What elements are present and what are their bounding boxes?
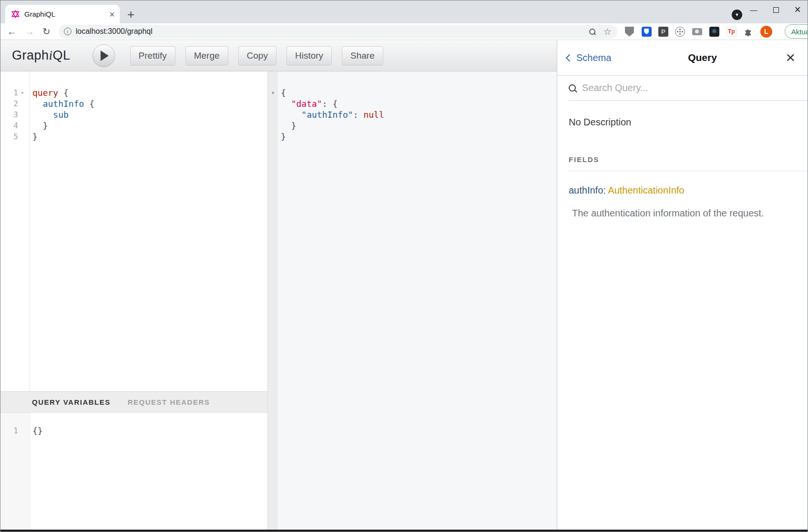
tab-query-variables[interactable]: QUERY VARIABLES <box>32 398 111 406</box>
doc-back-link[interactable]: Schema <box>567 52 611 63</box>
merge-button[interactable]: Merge <box>185 46 228 65</box>
query-code[interactable]: query { authInfo { sub } } <box>30 72 267 391</box>
browser-window: GraphiQL × + ▼ — × ← → ↻ i localhost:300… <box>0 0 808 532</box>
line-number: 1 <box>13 88 18 97</box>
execute-button[interactable] <box>92 44 115 67</box>
doc-title: Query <box>688 52 717 63</box>
field-description: The authentication information of the re… <box>572 208 808 219</box>
tampermonkey-icon[interactable]: Tp <box>726 26 737 37</box>
graphiql-logo: GraphiQL <box>12 48 71 63</box>
fields-heading: FIELDS <box>569 155 808 171</box>
window-close-button[interactable]: × <box>795 4 801 15</box>
graphiql-app: GraphiQL Prettify Merge Copy History Sha… <box>0 40 808 530</box>
profile-avatar[interactable]: L <box>760 26 772 38</box>
minimize-button[interactable]: — <box>750 6 757 14</box>
maximize-button[interactable] <box>773 7 779 13</box>
copy-button[interactable]: Copy <box>238 46 276 65</box>
bookmark-star-icon[interactable]: ☆ <box>603 27 612 36</box>
new-tab-button[interactable]: + <box>127 8 134 20</box>
tab-close-icon[interactable]: × <box>109 10 115 19</box>
address-bar[interactable]: i localhost:3000/graphql ☆ <box>59 25 617 39</box>
doc-explorer-header: Schema Query × <box>557 40 808 76</box>
ublock-icon[interactable] <box>624 26 635 37</box>
share-button[interactable]: Share <box>342 46 383 65</box>
titlebar-menu-icon[interactable]: ▼ <box>732 10 742 20</box>
code-line: query { <box>32 87 267 98</box>
back-icon[interactable]: ← <box>7 27 17 36</box>
doc-back-label: Schema <box>576 52 611 63</box>
doc-explorer: Schema Query × No Description FIELDS aut… <box>557 40 808 530</box>
line-number: 4 <box>13 121 18 130</box>
browser-navbar: ← → ↻ i localhost:3000/graphql ☆ P ⚛ Tp … <box>0 23 808 40</box>
prettify-button[interactable]: Prettify <box>130 46 175 65</box>
query-editor[interactable]: 1▾ 2 3 4 5 query { authInfo { sub } } <box>0 72 267 391</box>
no-description-text: No Description <box>569 117 808 128</box>
camera-icon[interactable] <box>692 26 703 37</box>
screencast-icon[interactable] <box>675 26 685 37</box>
line-number: 1 <box>13 426 18 435</box>
zoom-icon[interactable] <box>589 29 595 35</box>
result-line: } <box>281 131 557 142</box>
fold-arrow-icon[interactable]: ▾ <box>19 90 26 95</box>
field-row: authInfo: AuthenticationInfo <box>569 185 808 196</box>
tab-request-headers[interactable]: REQUEST HEADERS <box>128 398 210 406</box>
result-line: "data": { <box>281 98 557 109</box>
code-line: sub <box>32 109 267 120</box>
update-browser-button[interactable]: Aktualisieren ⋮ <box>785 24 808 39</box>
editor-column: GraphiQL Prettify Merge Copy History Sha… <box>0 40 557 530</box>
url-text[interactable]: localhost:3000/graphql <box>76 27 589 36</box>
doc-body: No Description FIELDS authInfo: Authenti… <box>557 101 808 219</box>
doc-close-icon[interactable]: × <box>786 51 795 64</box>
bitwarden-icon[interactable] <box>641 26 652 37</box>
chevron-left-icon <box>566 54 573 62</box>
type-name-link[interactable]: AuthenticationInfo <box>608 185 684 195</box>
code-line: } <box>32 120 267 131</box>
result-line: "authInfo": null <box>281 109 557 120</box>
taskbar-edge <box>0 530 808 532</box>
site-info-icon[interactable]: i <box>64 28 72 35</box>
search-icon <box>569 84 576 92</box>
secondary-editor-tabs: QUERY VARIABLES REQUEST HEADERS <box>0 391 267 413</box>
history-button[interactable]: History <box>286 46 332 65</box>
result-fold-arrow-icon[interactable]: ▾ <box>268 90 278 95</box>
extension-toolbar: P ⚛ Tp L Aktualisieren ⋮ <box>624 24 808 39</box>
p-extension-icon[interactable]: P <box>658 27 668 37</box>
result-line: } <box>281 120 557 131</box>
result-line: { <box>281 87 557 98</box>
update-label: Aktualisieren <box>791 28 808 36</box>
variables-editor[interactable]: 1 {} <box>0 413 267 530</box>
pane-divider[interactable]: ▾ <box>267 72 278 530</box>
line-number: 2 <box>13 99 18 108</box>
react-devtools-icon[interactable]: ⚛ <box>709 26 720 37</box>
forward-icon: → <box>25 27 34 36</box>
browser-tab-strip: GraphiQL × + ▼ — × <box>0 0 808 23</box>
browser-tab[interactable]: GraphiQL × <box>5 5 120 23</box>
reload-icon[interactable]: ↻ <box>42 27 51 36</box>
editors-row: 1▾ 2 3 4 5 query { authInfo { sub } } <box>0 72 557 530</box>
graphql-favicon-icon <box>11 10 20 19</box>
query-gutter: 1▾ 2 3 4 5 <box>0 72 30 391</box>
code-line: } <box>32 131 267 142</box>
window-controls: — × <box>750 4 801 15</box>
tab-title: GraphiQL <box>24 10 109 18</box>
variables-gutter: 1 <box>0 413 30 530</box>
graphiql-toolbar: GraphiQL Prettify Merge Copy History Sha… <box>0 40 557 72</box>
toolbar-buttons: Prettify Merge Copy History Share <box>130 46 383 65</box>
doc-search-row <box>569 76 808 101</box>
code-line: authInfo { <box>32 98 267 109</box>
line-number: 5 <box>13 132 18 141</box>
play-icon <box>101 51 109 61</box>
field-name-link[interactable]: authInfo <box>569 185 603 195</box>
query-pane: 1▾ 2 3 4 5 query { authInfo { sub } } <box>0 72 267 530</box>
variables-code[interactable]: {} <box>30 413 267 530</box>
extensions-puzzle-icon[interactable] <box>743 26 754 37</box>
result-viewer: { "data": { "authInfo": null } } <box>278 72 557 530</box>
line-number: 3 <box>13 110 18 119</box>
doc-search-input[interactable] <box>582 82 763 93</box>
